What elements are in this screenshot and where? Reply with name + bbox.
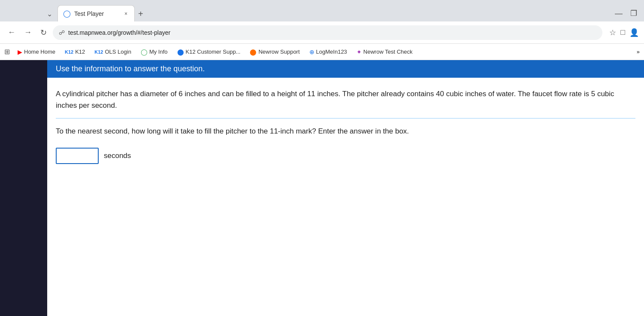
bookmark-ols-label: OLS Login bbox=[105, 49, 131, 55]
newrow-support-icon: ⬤ bbox=[250, 49, 257, 55]
tab-bar: ⌄ ◯ Test Player × + — ❐ bbox=[0, 0, 644, 21]
bookmark-k12-support-label: K12 Customer Supp... bbox=[186, 49, 241, 55]
tab-dropdown-btn[interactable]: ⌄ bbox=[45, 9, 54, 19]
bookmark-logmein-label: LogMeIn123 bbox=[316, 49, 347, 55]
k12-icon-2: K12 bbox=[94, 49, 103, 55]
youtube-icon: ▶ bbox=[18, 49, 22, 55]
left-sidebar-panel bbox=[0, 60, 47, 316]
bookmark-k12-1[interactable]: K12 K12 bbox=[61, 47, 88, 56]
address-bar: ← → ↻ ☍ test.mapnwea.org/growth/#/test-p… bbox=[0, 21, 644, 44]
bookmark-star-icon[interactable]: ☆ bbox=[609, 28, 616, 37]
profile-icon[interactable]: 👤 bbox=[629, 28, 639, 37]
new-tab-button[interactable]: + bbox=[135, 9, 147, 19]
logmein-icon: ⊕ bbox=[309, 49, 314, 55]
myinfo-icon: ◯ bbox=[141, 49, 148, 55]
tab-title: Test Player bbox=[74, 10, 119, 17]
bookmark-logmein[interactable]: ⊕ LogMeIn123 bbox=[306, 47, 351, 57]
main-content-area: Use the information to answer the questi… bbox=[47, 60, 644, 174]
address-url: test.mapnwea.org/growth/#/test-player bbox=[68, 29, 596, 36]
k12-icon-1: K12 bbox=[65, 49, 73, 55]
question-area: A cylindrical pitcher has a diameter of … bbox=[47, 78, 644, 174]
question-body-text: A cylindrical pitcher has a diameter of … bbox=[56, 88, 635, 118]
toolbar-icons: ☆ □ 👤 bbox=[609, 28, 639, 37]
extensions-icon[interactable]: □ bbox=[620, 28, 625, 37]
forward-button[interactable]: → bbox=[21, 26, 34, 39]
bookmark-k12-support[interactable]: ⬤ K12 Customer Supp... bbox=[174, 47, 244, 57]
bookmark-my-info[interactable]: ◯ My Info bbox=[137, 47, 171, 57]
k12-support-icon: ⬤ bbox=[177, 49, 184, 55]
minimize-button[interactable]: — bbox=[611, 8, 626, 19]
address-bar-input[interactable]: ☍ test.mapnwea.org/growth/#/test-player bbox=[53, 25, 602, 40]
address-secure-icon: ☍ bbox=[59, 29, 65, 36]
bookmark-newrow-support[interactable]: ⬤ Newrow Support bbox=[246, 47, 303, 57]
bookmark-newrow-test[interactable]: ✦ Newrow Test Check bbox=[353, 47, 416, 57]
window-controls: — ❐ bbox=[611, 8, 644, 21]
bookmark-ols-login[interactable]: K12 OLS Login bbox=[91, 47, 135, 56]
bookmark-newrow-test-label: Newrow Test Check bbox=[363, 49, 413, 55]
blue-banner: Use the information to answer the questi… bbox=[47, 60, 644, 78]
answer-input[interactable] bbox=[56, 148, 99, 164]
question-prompt-text: To the nearest second, how long will it … bbox=[56, 125, 635, 137]
bookmarks-bar: ⊞ ▶ Home Home K12 K12 K12 OLS Login ◯ My… bbox=[0, 44, 644, 60]
bookmark-k12-label-1: K12 bbox=[75, 49, 85, 55]
tab-left-nav: ⌄ bbox=[45, 9, 54, 21]
tab-favicon: ◯ bbox=[63, 9, 71, 18]
bookmark-myinfo-label: My Info bbox=[149, 49, 168, 55]
maximize-button[interactable]: ❐ bbox=[627, 8, 641, 19]
tab-close-button[interactable]: × bbox=[123, 10, 129, 18]
bookmarks-more-button[interactable]: » bbox=[637, 49, 640, 55]
active-tab[interactable]: ◯ Test Player × bbox=[57, 5, 135, 21]
newrow-test-icon: ✦ bbox=[357, 49, 362, 55]
bookmark-home-label: Home Home bbox=[24, 49, 55, 55]
browser-window: ⌄ ◯ Test Player × + — ❐ ← → ↻ ☍ test.map… bbox=[0, 0, 644, 316]
bookmark-newrow-support-label: Newrow Support bbox=[258, 49, 299, 55]
back-button[interactable]: ← bbox=[5, 26, 18, 39]
page-content: Use the information to answer the questi… bbox=[0, 60, 644, 316]
banner-text: Use the information to answer the questi… bbox=[56, 64, 205, 73]
apps-grid-icon[interactable]: ⊞ bbox=[4, 48, 10, 56]
answer-row: seconds bbox=[56, 148, 635, 164]
refresh-button[interactable]: ↻ bbox=[38, 26, 49, 39]
bookmark-home-home[interactable]: ▶ Home Home bbox=[14, 47, 59, 57]
answer-unit-label: seconds bbox=[104, 152, 131, 160]
